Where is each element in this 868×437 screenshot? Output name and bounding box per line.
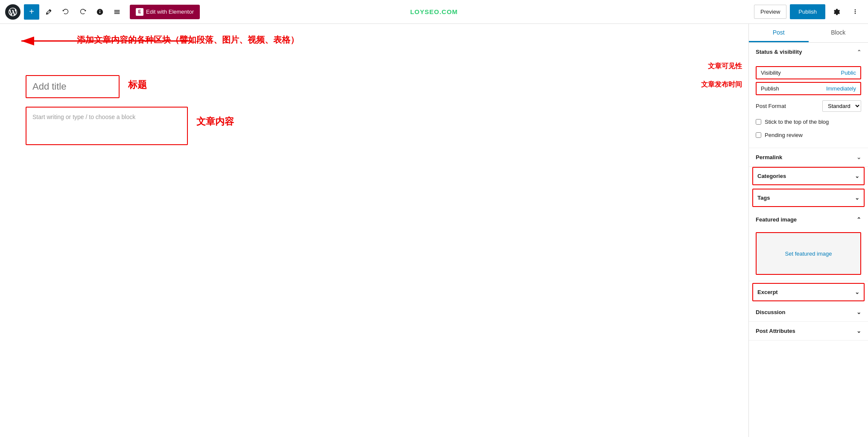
title-block bbox=[26, 75, 120, 98]
toolbar: + E Edit with Elementor LOYSEO.COM Previ… bbox=[0, 0, 868, 24]
sidebar-tabs: Post Block 发布按钮 bbox=[749, 24, 868, 43]
content-block[interactable]: Start writing or type / to choose a bloc… bbox=[26, 107, 188, 145]
status-visibility-header[interactable]: Status & visibility ⌃ bbox=[749, 43, 868, 61]
pending-checkbox[interactable] bbox=[756, 132, 761, 138]
post-attributes-chevron-icon: ⌄ bbox=[856, 328, 861, 334]
site-logo-center: LOYSEO.COM bbox=[410, 8, 458, 15]
edit-icon-button[interactable] bbox=[41, 4, 56, 20]
redo-button[interactable] bbox=[75, 4, 91, 20]
sidebar: Post Block 发布按钮 Status & visibility ⌃ 文章… bbox=[748, 24, 868, 437]
editor-area: 添加文章内容的各种区块（譬如段落、图片、视频、表格） 标题 Start writ… bbox=[0, 24, 748, 437]
permalink-chevron-icon: ⌄ bbox=[856, 154, 861, 160]
pending-review-row: Pending review bbox=[756, 128, 861, 142]
post-attributes-section[interactable]: Post Attributes ⌄ bbox=[749, 322, 868, 341]
add-block-button[interactable]: + bbox=[24, 4, 39, 20]
post-format-select[interactable]: Standard Aside Image Video Quote Link Ga… bbox=[822, 100, 861, 112]
list-view-button[interactable] bbox=[109, 4, 125, 20]
tab-post[interactable]: Post bbox=[749, 24, 809, 42]
discussion-section[interactable]: Discussion ⌄ bbox=[749, 303, 868, 322]
more-options-button[interactable] bbox=[848, 4, 863, 20]
chevron-up-icon: ⌃ bbox=[857, 49, 861, 55]
excerpt-container: 文章摘要/简介 Excerpt ⌄ bbox=[749, 283, 868, 301]
categories-section[interactable]: Categories ⌄ bbox=[752, 167, 865, 185]
tags-section[interactable]: Tags ⌄ bbox=[752, 189, 865, 207]
excerpt-chevron-icon: ⌄ bbox=[855, 289, 859, 295]
undo-button[interactable] bbox=[58, 4, 73, 20]
set-featured-image-button[interactable]: Set featured image bbox=[756, 232, 861, 275]
tags-chevron-icon: ⌄ bbox=[855, 195, 859, 201]
wp-logo[interactable] bbox=[5, 4, 20, 20]
categories-chevron-icon: ⌄ bbox=[855, 173, 859, 179]
info-button[interactable] bbox=[92, 4, 108, 20]
visibility-row[interactable]: Visibility Public bbox=[756, 66, 861, 79]
annotation-add-blocks: 添加文章内容的各种区块（譬如段落、图片、视频、表格） bbox=[77, 34, 299, 46]
title-input[interactable] bbox=[32, 81, 113, 92]
content-placeholder: Start writing or type / to choose a bloc… bbox=[32, 114, 135, 120]
excerpt-section[interactable]: Excerpt ⌄ bbox=[752, 283, 865, 301]
featured-chevron-icon: ⌃ bbox=[856, 216, 861, 223]
annotation-content: 文章内容 bbox=[196, 115, 234, 128]
edit-with-elementor-button[interactable]: E Edit with Elementor bbox=[130, 5, 200, 19]
status-visibility-section: Status & visibility ⌃ 文章可见性 Visibility P… bbox=[749, 43, 868, 148]
tab-block[interactable]: Block bbox=[809, 24, 868, 42]
settings-button[interactable] bbox=[829, 4, 844, 20]
toolbar-right: Preview Publish bbox=[754, 4, 863, 20]
preview-button[interactable]: Preview bbox=[754, 5, 786, 19]
categories-container: 文章分类 Categories ⌄ bbox=[749, 167, 868, 185]
annotation-title: 标题 bbox=[128, 79, 147, 91]
publish-button[interactable]: Publish bbox=[790, 4, 825, 19]
stick-checkbox[interactable] bbox=[756, 119, 761, 125]
featured-image-header[interactable]: Featured image ⌃ bbox=[749, 210, 868, 229]
stick-to-top-row: Stick to the top of the blog bbox=[756, 115, 861, 128]
featured-image-body: Set featured image bbox=[749, 229, 868, 281]
discussion-chevron-icon: ⌄ bbox=[856, 309, 861, 315]
featured-image-section: 文章封面图 Featured image ⌃ Set featured imag… bbox=[749, 210, 868, 281]
publish-time-row[interactable]: Publish Immediately bbox=[756, 82, 861, 95]
tags-container: 文章标签 Tags ⌄ bbox=[749, 189, 868, 207]
post-format-row: Post Format Standard Aside Image Video Q… bbox=[756, 97, 861, 115]
main-layout: 添加文章内容的各种区块（譬如段落、图片、视频、表格） 标题 Start writ… bbox=[0, 24, 868, 437]
permalink-section[interactable]: Permalink ⌄ bbox=[749, 148, 868, 167]
status-visibility-body: 文章可见性 Visibility Public 文章发布时间 Publish I… bbox=[749, 61, 868, 148]
